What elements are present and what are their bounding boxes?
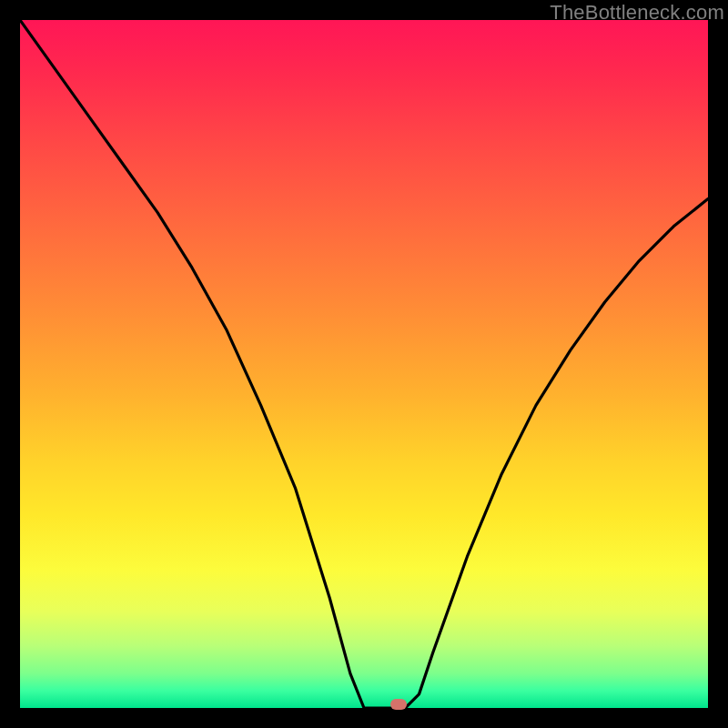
chart-frame: TheBottleneck.com xyxy=(0,0,728,728)
plot-area xyxy=(20,20,708,708)
bottleneck-curve xyxy=(20,20,708,708)
watermark-text: TheBottleneck.com xyxy=(550,1,724,25)
optimum-marker xyxy=(390,699,407,710)
